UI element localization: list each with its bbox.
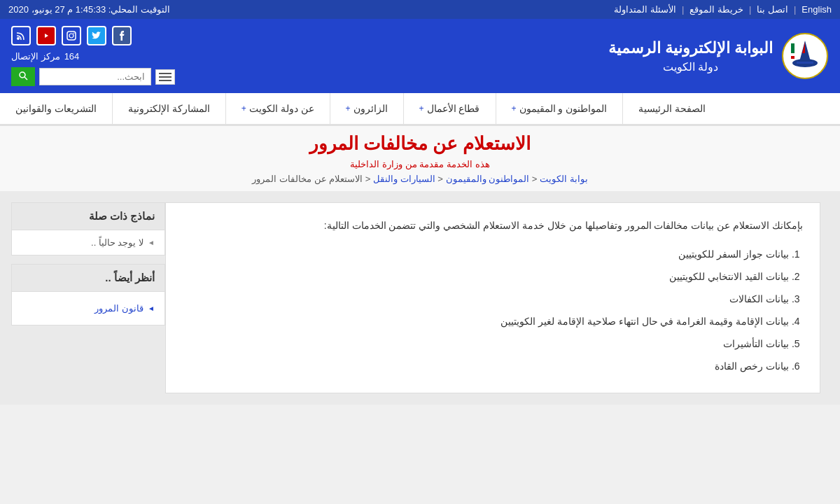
sidebar-seealso-title: أنظر أيضاً .. (12, 265, 164, 292)
plus-icon: + (419, 104, 424, 113)
sitemap-link[interactable]: خريطة الموقع (690, 4, 743, 15)
top-bar-left: English | اتصل بنا | خريطة الموقع | الأس… (614, 4, 832, 15)
svg-point-13 (69, 34, 74, 38)
search-bar (11, 67, 175, 86)
top-bar-right: التوقيت المحلي: 1:45:33 م 27 يونيو، 2020 (8, 4, 170, 15)
social-icons (11, 26, 132, 46)
plus-icon: + (346, 104, 351, 113)
datetime-label: التوقيت المحلي: 1:45:33 م 27 يونيو، 2020 (8, 4, 170, 15)
breadcrumb: بوابة الكويت < المواطنون والمقيمون < الس… (14, 174, 826, 184)
svg-rect-4 (797, 62, 813, 64)
nav-bar: الصفحة الرئيسية المواطنون و المقيمون + ق… (0, 93, 840, 126)
facebook-icon[interactable] (112, 26, 132, 46)
list-item: بيانات التأشيرات (183, 334, 789, 354)
contact-link[interactable]: اتصل بنا (757, 4, 788, 15)
header-title: البوابة الإلكترونية الرسمية دولة الكويت (608, 39, 773, 74)
header-logo-title: البوابة الإلكترونية الرسمية دولة الكويت (608, 32, 829, 80)
nav-item-about[interactable]: عن دولة الكويت + (226, 93, 330, 124)
list-item: بيانات الكفالات (183, 289, 789, 309)
header-right: 164 مركز الإتصال (11, 26, 175, 86)
no-items-label: لا يوجد حالياً .. (22, 237, 155, 248)
sidebar-related-box: نماذج ذات صلة لا يوجد حالياً .. (11, 202, 165, 255)
sidebar-seealso-item[interactable]: قانون المرور (22, 299, 155, 318)
top-bar: English | اتصل بنا | خريطة الموقع | الأس… (0, 0, 840, 19)
svg-rect-7 (791, 56, 794, 59)
svg-point-9 (17, 37, 20, 40)
services-list: بيانات جواز السفر للكويتيين بيانات القيد… (183, 244, 803, 376)
svg-rect-5 (791, 43, 794, 53)
menu-icon[interactable] (155, 69, 175, 85)
article: بإمكانك الاستعلام عن بيانات مخالفات المر… (165, 202, 820, 393)
svg-point-15 (20, 72, 25, 78)
youtube-icon[interactable] (36, 26, 56, 46)
sidebar-seealso-box: أنظر أيضاً .. قانون المرور (11, 264, 165, 326)
svg-point-14 (74, 33, 75, 34)
search-input[interactable] (39, 68, 151, 85)
service-provider: هذه الخدمة مقدمة من وزارة الداخلية (14, 159, 826, 169)
instagram-icon[interactable] (62, 26, 81, 46)
nav-item-eparticipation[interactable]: المشاركة الإلكترونية (113, 93, 226, 124)
nav-item-visitors[interactable]: الزائرون + (330, 93, 404, 124)
nav-item-home[interactable]: الصفحة الرئيسية (623, 93, 721, 124)
breadcrumb-home[interactable]: بوابة الكويت (540, 174, 588, 184)
english-link[interactable]: English (802, 4, 832, 15)
search-button[interactable] (11, 67, 35, 86)
faq-link[interactable]: الأسئلة المتداولة (614, 4, 676, 15)
twitter-icon[interactable] (87, 26, 106, 46)
svg-rect-6 (791, 53, 794, 56)
svg-rect-12 (67, 31, 76, 40)
breadcrumb-current: الاستعلام عن مخالفات المرور (252, 174, 363, 184)
contact-number: 164 (64, 51, 80, 62)
sidebar-related-title: نماذج ذات صلة (12, 203, 164, 230)
country-name: دولة الكويت (608, 60, 773, 74)
list-item: بيانات جواز السفر للكويتيين (183, 244, 789, 264)
plus-icon: + (512, 104, 517, 113)
article-intro: بإمكانك الاستعلام عن بيانات مخالفات المر… (183, 217, 803, 234)
breadcrumb-section: الاستعلام عن مخالفات المرور هذه الخدمة م… (0, 126, 840, 191)
contact-label: مركز الإتصال (11, 51, 60, 62)
sidebar: نماذج ذات صلة لا يوجد حالياً .. أنظر أيض… (11, 202, 165, 393)
nav-item-citizens[interactable]: المواطنون و المقيمون + (496, 93, 624, 124)
list-item: بيانات الإقامة وقيمة الغرامة في حال انته… (183, 312, 789, 331)
rss-icon[interactable] (11, 26, 31, 46)
portal-name: البوابة الإلكترونية الرسمية (608, 39, 773, 57)
header: البوابة الإلكترونية الرسمية دولة الكويت (0, 19, 840, 93)
contact-center: 164 مركز الإتصال (11, 51, 79, 62)
kuwait-emblem-icon (781, 32, 829, 80)
nav-item-business[interactable]: قطاع الأعمال + (404, 93, 496, 124)
nav-item-legislation[interactable]: التشريعات والقوانين (0, 93, 113, 124)
breadcrumb-2[interactable]: السيارات والنقل (373, 174, 435, 184)
breadcrumb-1[interactable]: المواطنون والمقيمون (446, 174, 530, 184)
page-title: الاستعلام عن مخالفات المرور (14, 133, 826, 155)
plus-icon: + (241, 104, 246, 113)
svg-line-16 (24, 77, 27, 80)
list-item: بيانات رخص القادة (183, 356, 789, 376)
sidebar-related-content: لا يوجد حالياً .. (12, 230, 164, 255)
main-content: بإمكانك الاستعلام عن بيانات مخالفات المر… (0, 191, 840, 405)
list-item: بيانات القيد الانتخابي للكويتيين (183, 267, 789, 286)
sidebar-seealso-content: قانون المرور (12, 292, 164, 325)
